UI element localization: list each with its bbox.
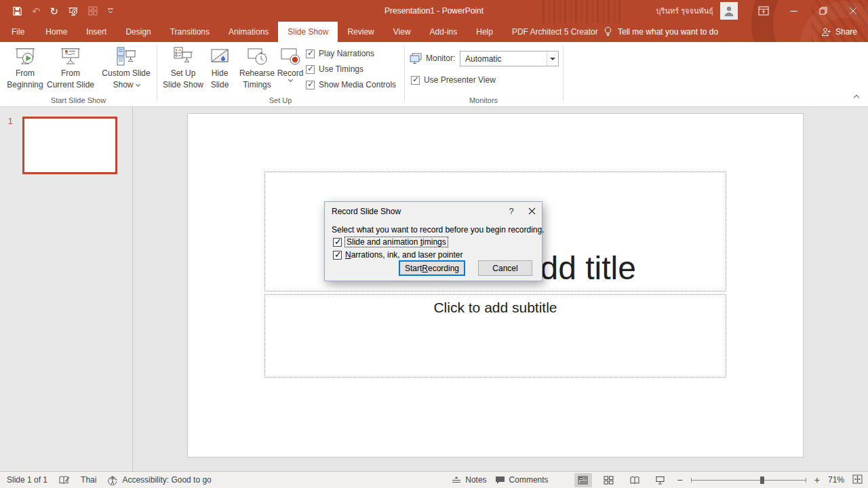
- ribbon: From Beginning From Current Slide Custom…: [0, 42, 868, 107]
- zoom-slider-track: [691, 480, 806, 481]
- workspace: 1 Click to add title Click to add subtit…: [0, 107, 868, 471]
- rehearse-timings-label-1: Rehearse: [239, 68, 275, 79]
- use-timings-checkbox[interactable]: Use Timings: [306, 64, 363, 74]
- use-presenter-view-label: Use Presenter View: [424, 75, 496, 85]
- slide-thumbnail-panel[interactable]: 1: [0, 107, 133, 471]
- fit-slide-to-window-button[interactable]: [852, 474, 863, 486]
- hide-slide-icon: [209, 44, 231, 67]
- tab-slide-show[interactable]: Slide Show: [278, 22, 338, 42]
- fit-to-window-icon: [852, 474, 863, 484]
- dialog-message: Select what you want to record before yo…: [332, 225, 545, 235]
- grid-view-icon[interactable]: [88, 6, 98, 16]
- dialog-titlebar[interactable]: Record Slide Show ?: [325, 202, 542, 220]
- reading-view-button[interactable]: [626, 473, 644, 487]
- show-media-controls-checkbox[interactable]: Show Media Controls: [306, 80, 396, 89]
- from-beginning-label-1: From: [16, 68, 35, 79]
- slide-show-icon: [655, 476, 665, 485]
- slide-canvas[interactable]: Click to add title Click to add subtitle: [188, 114, 803, 457]
- app-header: ↶ ↻ Presentation1 - PowerPoint บุรินทร์ …: [0, 0, 868, 42]
- notes-button[interactable]: Notes: [452, 475, 486, 485]
- tab-insert[interactable]: Insert: [77, 22, 116, 42]
- dialog-help-button[interactable]: ?: [501, 202, 521, 220]
- tab-animations[interactable]: Animations: [219, 22, 278, 42]
- zoom-percent[interactable]: 71%: [828, 475, 844, 485]
- collapse-ribbon-button[interactable]: [854, 90, 859, 102]
- minimize-button[interactable]: [778, 0, 808, 22]
- from-beginning-button[interactable]: From Beginning: [5, 44, 45, 94]
- monitor-value: Automatic: [460, 54, 547, 64]
- custom-slide-show-label-2: Show: [113, 80, 133, 90]
- cancel-button[interactable]: Cancel: [478, 260, 532, 276]
- slide-sorter-view-button[interactable]: [600, 473, 618, 487]
- comments-icon: [495, 476, 505, 485]
- close-icon: [528, 207, 536, 215]
- redo-icon[interactable]: ↻: [50, 6, 59, 16]
- play-narrations-checkbox[interactable]: Play Narrations: [306, 49, 374, 58]
- restore-button[interactable]: [808, 0, 838, 22]
- share-button[interactable]: Share: [821, 22, 857, 42]
- slide-show-view-button[interactable]: [652, 473, 669, 487]
- hide-slide-button[interactable]: Hide Slide: [205, 44, 235, 94]
- ribbon-display-options-icon[interactable]: [749, 0, 778, 22]
- start-from-beginning-icon[interactable]: [68, 6, 79, 16]
- avatar[interactable]: [720, 2, 738, 20]
- tab-help[interactable]: Help: [467, 22, 502, 42]
- tab-transitions[interactable]: Transitions: [161, 22, 219, 42]
- share-person-icon: [821, 27, 831, 37]
- set-up-slide-show-button[interactable]: Set Up Slide Show: [161, 44, 205, 94]
- set-up-slide-show-icon: [172, 44, 194, 67]
- tell-me-label: Tell me what you want to do: [618, 27, 718, 37]
- record-slide-show-dialog: Record Slide Show ? Select what you want…: [324, 201, 542, 281]
- set-up-slide-show-label-1: Set Up: [171, 68, 196, 79]
- use-presenter-view-checkbox[interactable]: Use Presenter View: [411, 75, 496, 85]
- tab-design[interactable]: Design: [116, 22, 160, 42]
- subtitle-placeholder[interactable]: Click to add subtitle: [264, 294, 726, 378]
- checkbox-icon: [306, 65, 315, 74]
- undo-icon[interactable]: ↶: [32, 6, 41, 16]
- normal-view-button[interactable]: [574, 473, 592, 487]
- monitor-dropdown[interactable]: Automatic: [460, 51, 559, 66]
- accessibility-status[interactable]: Accessibility: Good to go: [107, 474, 211, 485]
- tab-add-ins[interactable]: Add-ins: [420, 22, 467, 42]
- custom-slide-show-button[interactable]: Custom Slide Show: [99, 44, 153, 94]
- slide-and-animation-timings-checkbox[interactable]: Slide and animation timings: [333, 237, 448, 247]
- dropdown-arrow-button[interactable]: [547, 52, 558, 66]
- tell-me-box[interactable]: Tell me what you want to do: [604, 22, 718, 42]
- comments-label: Comments: [509, 475, 549, 485]
- language-indicator[interactable]: Thai: [81, 475, 96, 485]
- zoom-slider-thumb[interactable]: [760, 476, 764, 484]
- slide-indicator[interactable]: Slide 1 of 1: [7, 475, 47, 485]
- normal-view-icon: [578, 476, 588, 485]
- zoom-slider[interactable]: [691, 475, 806, 485]
- close-button[interactable]: [838, 0, 868, 22]
- tab-home[interactable]: Home: [36, 22, 77, 42]
- customize-qat-icon[interactable]: [107, 7, 114, 15]
- monitor-icon: [410, 53, 422, 64]
- tab-file[interactable]: File: [0, 22, 36, 42]
- group-separator: [563, 45, 564, 101]
- start-recording-button[interactable]: Start Recording: [399, 260, 465, 276]
- save-icon[interactable]: [12, 6, 22, 16]
- titlebar[interactable]: ↶ ↻ Presentation1 - PowerPoint บุรินทร์ …: [0, 0, 868, 22]
- custom-slide-show-icon: [115, 44, 137, 67]
- zoom-in-button[interactable]: +: [814, 474, 820, 485]
- rehearse-timings-button[interactable]: Rehearse Timings: [237, 44, 277, 94]
- comments-button[interactable]: Comments: [495, 475, 549, 485]
- quick-access-toolbar: ↶ ↻: [0, 0, 114, 22]
- chevron-up-icon: [854, 95, 859, 100]
- record-button[interactable]: Record: [277, 44, 304, 94]
- slide-thumbnail[interactable]: [22, 117, 117, 174]
- user-name[interactable]: บุรินทร์ รุจจนพันธุ์: [656, 5, 713, 17]
- tab-review[interactable]: Review: [338, 22, 383, 42]
- from-current-slide-button[interactable]: From Current Slide: [45, 44, 96, 94]
- narrations-ink-laser-checkbox[interactable]: Narrations, ink, and laser pointer: [333, 250, 462, 260]
- from-current-slide-label-1: From: [61, 68, 80, 79]
- spell-check-icon[interactable]: [58, 475, 70, 485]
- tab-pdf-architect[interactable]: PDF Architect 5 Creator: [502, 22, 608, 42]
- zoom-out-button[interactable]: −: [677, 474, 683, 485]
- tab-view[interactable]: View: [384, 22, 420, 42]
- checkbox-icon: [333, 251, 342, 260]
- dialog-close-button[interactable]: [521, 202, 542, 220]
- monitor-row: Monitor:: [410, 53, 455, 64]
- from-beginning-icon: [14, 44, 36, 67]
